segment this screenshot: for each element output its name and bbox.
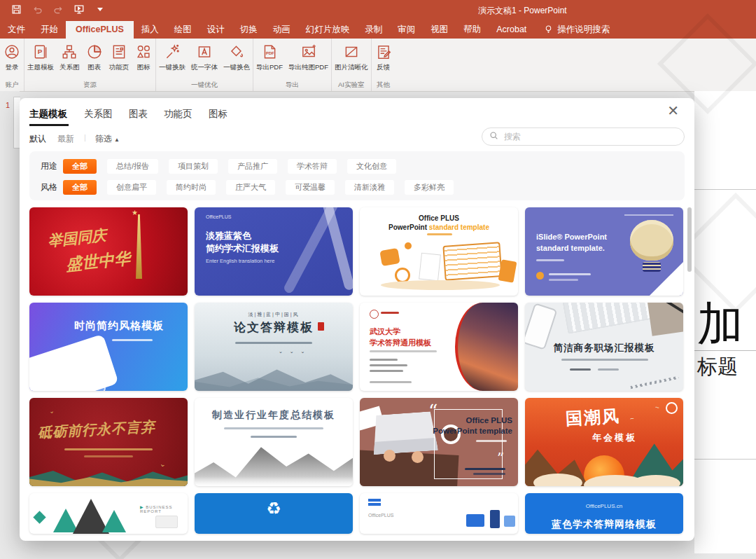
template-card-thesis-defense[interactable]: 淡|雅|蓝|中|国|风 论文答辩模板 ⌄ ⌄ ⌄ xyxy=(195,303,353,391)
undo-icon[interactable] xyxy=(31,3,43,15)
filter-chip[interactable]: 多彩鲜亮 xyxy=(405,180,454,195)
open-quote-glyph: “ xyxy=(428,401,438,422)
redo-icon[interactable] xyxy=(52,3,64,15)
template-card-perseverance[interactable]: ⌄ 砥砺前行永不言弃 ⌄ xyxy=(29,398,188,486)
template-card-islide[interactable]: iSlide® PowerPoint standard template. xyxy=(525,207,683,296)
template-card-manufacturing-summary[interactable]: 制造业行业年度总结模板 xyxy=(195,398,353,486)
tab-file[interactable]: 文件 xyxy=(0,21,33,39)
export-image-pdf-button[interactable]: 导出纯图PDF xyxy=(286,43,331,72)
fog-gradient xyxy=(195,476,353,486)
slide-edge-line xyxy=(694,459,756,460)
start-slideshow-icon[interactable] xyxy=(73,3,85,15)
filter-chip-all[interactable]: 全部 xyxy=(63,180,97,195)
document-illustration xyxy=(419,253,441,282)
tab-slideshow[interactable]: 幻灯片放映 xyxy=(298,21,358,39)
chart-button[interactable]: 图表 xyxy=(83,43,106,72)
filter-chip[interactable]: 项目策划 xyxy=(169,159,218,174)
star-icon: ★ xyxy=(132,209,138,216)
magic-wand-icon xyxy=(163,43,181,61)
template-card-blue-academic[interactable]: OfficePLUS 淡雅蓝紫色 简约学术汇报模板 Enter English … xyxy=(195,207,353,296)
template-card-officeplus-standard[interactable]: Office PLUS PowerPoint standard template xyxy=(360,207,518,296)
university-logo-icon xyxy=(370,310,379,319)
small-button-graphic xyxy=(155,516,178,528)
tab-draw[interactable]: 绘图 xyxy=(167,21,200,39)
spiral-binding-graphic xyxy=(630,376,678,389)
template-card-officeplus-quote[interactable]: “ Office PLUS PowerPoint template ” xyxy=(360,398,518,486)
template-card-fashion-minimal[interactable]: 时尚简约风格模板 xyxy=(29,303,188,391)
birds-graphic: ⌄ ⌄ ⌄ xyxy=(279,349,308,354)
one-click-color-button[interactable]: 一键换色 xyxy=(220,43,253,72)
tab-design[interactable]: 设计 xyxy=(200,21,232,39)
text-bar xyxy=(570,368,591,371)
filter-chip[interactable]: 产品推广 xyxy=(228,159,277,174)
tab-insert[interactable]: 插入 xyxy=(134,21,167,39)
search-input[interactable] xyxy=(503,131,677,142)
tab-help[interactable]: 帮助 xyxy=(456,21,489,39)
dialog-tab-icons[interactable]: 图标 xyxy=(209,108,227,120)
filter-chip[interactable]: 清新淡雅 xyxy=(345,180,394,195)
one-click-skin-button[interactable]: 一键换肤 xyxy=(156,43,188,72)
tab-home[interactable]: 开始 xyxy=(33,21,66,39)
template-icon: P xyxy=(31,43,50,61)
diagram-button[interactable]: 关系图 xyxy=(57,43,83,72)
save-icon[interactable] xyxy=(10,3,22,15)
slide-thumbnail-panel: 1 xyxy=(0,91,20,553)
filter-chip[interactable]: 文化创意 xyxy=(347,159,396,174)
template-card-wuhan-university[interactable]: 武汉大学 学术答辩通用模板 xyxy=(360,303,518,391)
filter-chip[interactable]: 学术答辩 xyxy=(288,159,337,174)
tab-acrobat[interactable]: Acrobat xyxy=(489,21,534,39)
diamond-graphic xyxy=(33,511,46,523)
template-card-officeplus-illustration[interactable]: OfficePLUS xyxy=(360,493,518,534)
filter-chip-all[interactable]: 全部 xyxy=(63,159,97,174)
slide-subtitle-placeholder[interactable]: 标题 xyxy=(697,353,738,381)
login-button[interactable]: 登录 xyxy=(0,43,24,72)
filter-chip[interactable]: 简约时尚 xyxy=(167,180,216,195)
close-icon[interactable]: ✕ xyxy=(667,104,679,118)
gold-monument-graphic xyxy=(136,214,142,279)
ribbon-group-account: 登录 账户 xyxy=(0,39,24,91)
tab-record[interactable]: 录制 xyxy=(357,21,390,39)
feedback-button[interactable]: 反馈 xyxy=(372,43,396,72)
dialog-tab-theme-templates[interactable]: 主题模板 xyxy=(29,108,67,120)
sort-latest[interactable]: 最新 xyxy=(57,133,74,145)
text-bar xyxy=(465,468,505,470)
filter-row-style: 风格 全部 创意扁平 简约时尚 庄严大气 可爱温馨 清新淡雅 多彩鲜亮 xyxy=(41,180,464,195)
image-sharpen-button[interactable]: 图片清晰化 xyxy=(332,43,371,72)
group-label: 导出 xyxy=(253,80,331,91)
scrollbar-thumb[interactable] xyxy=(687,207,692,272)
icons-button[interactable]: 图标 xyxy=(132,43,155,72)
dialog-tab-charts[interactable]: 图表 xyxy=(129,108,148,120)
tab-animations[interactable]: 动画 xyxy=(265,21,298,39)
feature-page-button[interactable]: 功能页 xyxy=(106,43,132,72)
dialog-tab-diagrams[interactable]: 关系图 xyxy=(84,108,113,120)
bird-graphic: ⌄ xyxy=(48,407,55,415)
unify-font-button[interactable]: 统一字体 xyxy=(188,43,220,72)
modal-scrollbar[interactable] xyxy=(687,207,692,530)
sort-default[interactable]: 默认 xyxy=(29,133,46,145)
tab-officeplus[interactable]: OfficePLUS xyxy=(66,21,134,39)
tab-transitions[interactable]: 切换 xyxy=(232,21,265,39)
text-bar xyxy=(598,368,619,371)
template-card-business-report[interactable]: 简洁商务职场汇报模板 xyxy=(525,303,683,391)
ribbon-group-optimize: 一键换肤 统一字体 一键换色 一键优化 xyxy=(156,39,253,91)
filter-chip[interactable]: 创意扁平 xyxy=(107,180,156,195)
filter-chip[interactable]: 总结/报告 xyxy=(107,159,158,174)
template-card-blue-academic-web[interactable]: OfficePLUS.cn 蓝色学术答辩网络模板 xyxy=(525,493,683,534)
powerpoint-window: 演示文稿1 - PowerPoint 文件 开始 OfficePLUS 插入 绘… xyxy=(0,0,756,559)
customize-qat-caret-icon[interactable] xyxy=(94,3,106,15)
export-pdf-button[interactable]: PDF 导出PDF xyxy=(253,43,286,72)
filter-chip[interactable]: 可爱温馨 xyxy=(286,180,335,195)
theme-template-button[interactable]: P 主题模板 xyxy=(24,43,57,72)
template-card-guochao-annual[interactable]: 国潮风 年会模板 ~ ~ xyxy=(525,398,683,486)
filter-toggle[interactable]: 筛选▲ xyxy=(95,133,120,145)
template-search-box[interactable] xyxy=(482,127,685,146)
tell-me-search[interactable]: 操作说明搜索 xyxy=(544,21,610,39)
template-card-teal-mountains[interactable]: ▶ BUSINESS REPORT xyxy=(29,493,188,534)
tab-view[interactable]: 视图 xyxy=(423,21,456,39)
tab-review[interactable]: 审阅 xyxy=(390,21,423,39)
dialog-tab-feature-pages[interactable]: 功能页 xyxy=(164,108,192,120)
template-card-blue-logo[interactable]: ♻ xyxy=(195,493,353,534)
filter-chip[interactable]: 庄严大气 xyxy=(226,180,275,195)
template-card-national-day[interactable]: 举国同庆 盛世中华 ★ xyxy=(29,207,188,296)
officeplus-template-dialog: 主题模板 关系图 图表 功能页 图标 ✕ 默认 最新 | 筛选▲ 用途 全部 总… xyxy=(20,98,694,541)
